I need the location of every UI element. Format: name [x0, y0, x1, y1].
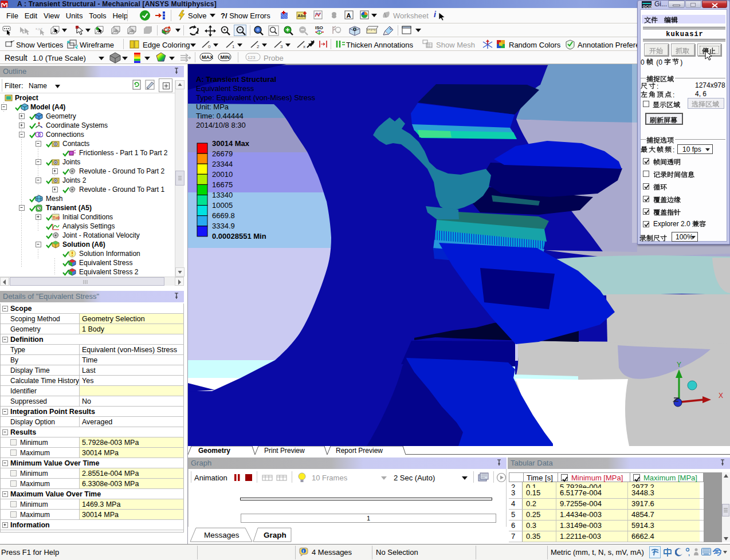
svg-text:,: ,: [688, 550, 690, 557]
svg-text:20010: 20010: [212, 170, 233, 179]
svg-text:26679: 26679: [212, 149, 233, 158]
svg-text:x,y,z: x,y,z: [36, 27, 42, 30]
svg-text:i: i: [303, 549, 304, 554]
svg-text:Report Preview: Report Preview: [336, 447, 383, 455]
svg-text:X: X: [719, 392, 723, 400]
svg-text:Type: Equivalent (von-Mises) S: Type: Equivalent (von-Mises) Stress: [196, 93, 316, 102]
svg-text:Time: 0.44444: Time: 0.44444: [196, 112, 244, 120]
svg-text:0.00028551 Min: 0.00028551 Min: [212, 232, 266, 240]
svg-text:16675: 16675: [212, 180, 233, 189]
svg-text:10005: 10005: [212, 201, 233, 210]
svg-text:3: 3: [280, 44, 283, 49]
svg-text:123: 123: [248, 55, 256, 60]
svg-text:e: e: [715, 549, 719, 555]
svg-text:Equivalent Stress: Equivalent Stress: [196, 84, 254, 93]
svg-text:ISO: ISO: [315, 25, 323, 30]
svg-text:13340: 13340: [212, 191, 233, 199]
svg-text:Messages: Messages: [204, 531, 240, 539]
svg-text:A: Transient Structural: A: Transient Structural: [196, 75, 276, 84]
svg-text:Graph: Graph: [264, 531, 286, 539]
svg-text:Print Preview: Print Preview: [264, 447, 305, 455]
svg-text:GCG: GCG: [643, 5, 652, 9]
svg-text:3334.9: 3334.9: [212, 222, 235, 230]
svg-text:30014 Max: 30014 Max: [212, 139, 250, 148]
svg-text:MIN: MIN: [221, 54, 230, 60]
svg-text:A: A: [347, 12, 351, 19]
svg-text:0: 0: [208, 44, 211, 49]
svg-text:6669.8: 6669.8: [212, 211, 235, 220]
svg-text:Unit: MPa: Unit: MPa: [196, 102, 229, 111]
svg-text:23344: 23344: [212, 160, 233, 168]
svg-text:Geometry: Geometry: [198, 447, 230, 455]
svg-text:2014/10/8 8:30: 2014/10/8 8:30: [196, 121, 246, 129]
svg-text:Y: Y: [677, 361, 681, 369]
svg-text:2: 2: [257, 44, 260, 49]
svg-text:1: 1: [232, 44, 235, 49]
svg-text:MAX: MAX: [202, 54, 213, 60]
svg-text:T=0: T=0: [53, 216, 60, 220]
